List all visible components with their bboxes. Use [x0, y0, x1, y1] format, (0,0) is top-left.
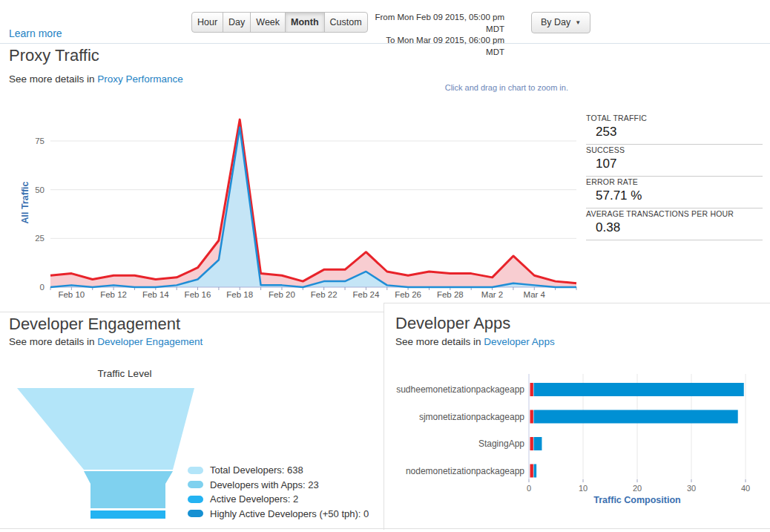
app-bar-row-nodemonetizationpackageapp: nodemonetizationpackageapp — [406, 464, 536, 478]
stat-average-transactions-per-hour: AVERAGE TRANSACTIONS PER HOUR0.38 — [586, 208, 763, 240]
legend-item-highly-active-developers-50-tph: Highly Active Developers (+50 tph): 0 — [188, 507, 369, 522]
app-label: sjmonetizationpackageapp — [419, 412, 524, 422]
developer-apps-title: Developer Apps — [395, 314, 510, 333]
svg-text:Feb 18: Feb 18 — [226, 290, 253, 299]
svg-text:75: 75 — [35, 137, 45, 145]
svg-text:Feb 10: Feb 10 — [58, 290, 85, 299]
developer-engagement-title: Developer Engagement — [9, 315, 180, 334]
svg-text:Feb 12: Feb 12 — [100, 290, 127, 299]
details-prefix: See more details in — [395, 336, 481, 347]
range-button-month[interactable]: Month — [285, 12, 324, 33]
traffic-stats-panel: TOTAL TRAFFIC253SUCCESS107ERROR RATE57.7… — [586, 113, 763, 240]
details-prefix: See more details in — [9, 336, 95, 347]
range-button-custom[interactable]: Custom — [324, 12, 368, 33]
x-axis-ticks — [529, 479, 746, 482]
svg-text:40: 40 — [741, 484, 750, 493]
svg-text:Feb 24: Feb 24 — [352, 290, 379, 299]
svg-text:10: 10 — [579, 484, 588, 493]
funnel-legend: Total Developers: 638Developers with App… — [188, 463, 369, 521]
app-bar-row-sudheemonetizationpackageapp: sudheemonetizationpackageapp — [396, 383, 744, 396]
developer-apps-subtitle: See more details in Developer Apps — [395, 336, 555, 347]
toolbar: Learn more HourDayWeekMonthCustom From M… — [0, 0, 770, 44]
series-success-area — [50, 128, 576, 287]
error-bar-segment — [530, 410, 533, 424]
stat-value: 0.38 — [586, 218, 763, 236]
time-range-button-group: HourDayWeekMonthCustom — [191, 12, 368, 33]
caret-down-icon: ▼ — [575, 17, 581, 29]
app-label: nodemonetizationpackageapp — [406, 466, 524, 476]
stat-total-traffic: TOTAL TRAFFIC253 — [586, 113, 763, 145]
date-range-display: From Mon Feb 09 2015, 05:00 pm MDT To Mo… — [372, 12, 504, 58]
svg-text:0: 0 — [40, 283, 45, 292]
legend-swatch-icon — [188, 496, 203, 503]
svg-text:Feb 26: Feb 26 — [395, 290, 421, 299]
range-button-week[interactable]: Week — [250, 12, 286, 33]
legend-swatch-icon — [188, 510, 203, 517]
success-bar-segment — [534, 383, 744, 396]
svg-text:0: 0 — [527, 484, 531, 493]
app-label: StagingApp — [478, 439, 524, 449]
stat-label: ERROR RATE — [586, 177, 763, 186]
svg-text:Feb 22: Feb 22 — [311, 290, 338, 299]
developer-apps-section: Developer Apps See more details in Devel… — [384, 303, 770, 530]
dashboard-page: Learn more HourDayWeekMonthCustom From M… — [0, 0, 770, 532]
learn-more-link[interactable]: Learn more — [9, 27, 62, 39]
stat-label: SUCCESS — [586, 145, 763, 154]
stat-label: AVERAGE TRANSACTIONS PER HOUR — [586, 209, 763, 218]
by-day-dropdown-button[interactable]: By Day▼ — [531, 12, 590, 33]
error-bar-segment — [530, 464, 533, 478]
developer-engagement-section: Developer Engagement See more details in… — [0, 312, 384, 529]
error-bar-segment — [530, 437, 533, 450]
success-bar-segment — [534, 410, 738, 424]
svg-text:Mar 2: Mar 2 — [481, 290, 503, 299]
svg-text:20: 20 — [633, 484, 642, 493]
stat-success: SUCCESS107 — [586, 145, 763, 177]
series-success-line — [50, 128, 576, 287]
developer-engagement-subtitle: See more details in Developer Engagement — [9, 336, 203, 347]
success-bar-segment — [534, 437, 542, 450]
funnel-segment-developers-with-apps — [84, 471, 173, 508]
developer-apps-link[interactable]: Developer Apps — [484, 336, 554, 347]
x-axis-title: Traffic Composition — [593, 495, 680, 505]
stat-value: 253 — [586, 122, 763, 140]
svg-text:Feb 16: Feb 16 — [185, 290, 211, 299]
legend-label: Highly Active Developers (+50 tph): 0 — [210, 508, 369, 519]
by-day-label: By Day — [541, 17, 570, 27]
chart-zoom-hint: Click and drag in chart to zoom in. — [0, 83, 568, 92]
date-from-text: From Mon Feb 09 2015, 05:00 pm MDT — [372, 12, 504, 35]
svg-text:Feb 28: Feb 28 — [437, 290, 464, 299]
stat-value: 107 — [586, 154, 763, 172]
date-to-text: To Mon Mar 09 2015, 06:00 pm MDT — [372, 35, 504, 58]
funnel-segment-total-developers — [17, 388, 194, 470]
svg-text:30: 30 — [687, 484, 696, 493]
range-button-hour[interactable]: Hour — [191, 12, 223, 33]
series-all-traffic-line — [50, 119, 576, 283]
app-bar-row-sjmonetizationpackageapp: sjmonetizationpackageapp — [419, 410, 738, 424]
bottom-divider — [0, 528, 770, 529]
stat-value: 57.71 % — [586, 186, 763, 204]
legend-label: Total Developers: 638 — [210, 464, 303, 476]
app-label: sudheemonetizationpackageapp — [396, 384, 524, 395]
developer-apps-bar-chart: sudheemonetizationpackageappsjmonetizati… — [384, 368, 770, 516]
stat-label: TOTAL TRAFFIC — [586, 114, 763, 122]
proxy-traffic-title: Proxy Traffic — [9, 46, 99, 65]
y-gridlines — [50, 141, 576, 238]
legend-item-total-developers: Total Developers: 638 — [188, 463, 369, 478]
x-tick-labels: 010203040 — [527, 484, 750, 493]
proxy-traffic-chart[interactable]: 0255075All TrafficFeb 10Feb 12Feb 14Feb … — [0, 95, 586, 310]
funnel-title: Traffic Level — [98, 368, 152, 379]
y-tick-labels: 0255075 — [35, 137, 45, 292]
success-bar-segment — [534, 464, 537, 478]
svg-text:50: 50 — [35, 185, 45, 194]
legend-label: Active Developers: 2 — [210, 493, 298, 505]
legend-label: Developers with Apps: 23 — [210, 479, 319, 490]
funnel-segment-active-developers — [91, 510, 165, 519]
x-axis-labels: Feb 10Feb 12Feb 14Feb 16Feb 18Feb 20Feb … — [58, 290, 545, 299]
legend-swatch-icon — [188, 481, 203, 488]
series-all-traffic-area — [50, 119, 576, 287]
range-button-day[interactable]: Day — [223, 12, 251, 33]
developer-engagement-link[interactable]: Developer Engagement — [97, 336, 203, 347]
svg-text:Mar 4: Mar 4 — [524, 290, 546, 299]
svg-text:Feb 14: Feb 14 — [142, 290, 169, 299]
legend-item-active-developers: Active Developers: 2 — [188, 492, 369, 507]
